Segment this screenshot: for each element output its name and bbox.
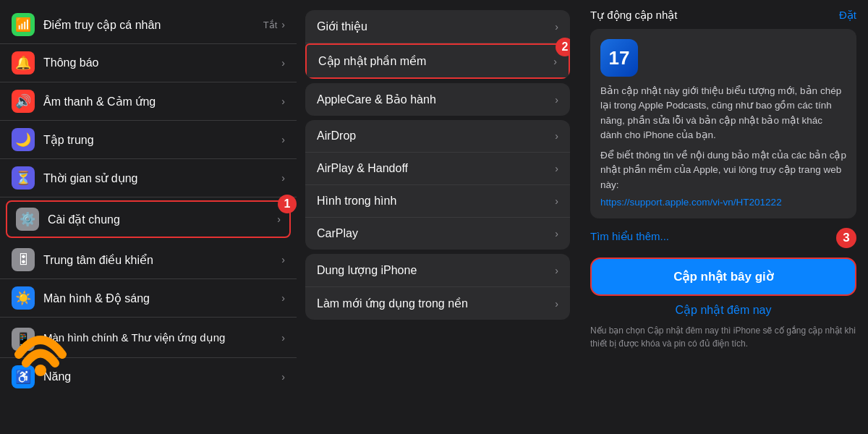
sidebar-item-thoi-gian[interactable]: ⏳ Thời gian sử dụng › — [0, 159, 297, 197]
general-group-3: AirDrop › AirPlay & Handoff › Hình trong… — [305, 120, 570, 250]
menu-dung-luong[interactable]: Dung lượng iPhone › — [305, 254, 570, 287]
chevron-right-icon: › — [553, 56, 557, 67]
sidebar-item-label: Tập trung — [43, 133, 281, 147]
sidebar-item-label: Âm thanh & Cảm ứng — [43, 95, 281, 109]
update-footnote: Nếu bạn chọn Cập nhật đêm nay thì iPhone… — [590, 324, 856, 350]
middle-panel: Giới thiệu › Cập nhật phần mềm › 2 Apple… — [297, 0, 579, 434]
menu-label: Làm mới ứng dụng trong nền — [317, 297, 555, 310]
control-center-icon: 🎛 — [12, 248, 35, 271]
sidebar-item-diem-truy-cap[interactable]: 📶 Điểm truy cập cá nhân Tắt › — [0, 6, 297, 44]
chevron-right-icon: › — [281, 371, 285, 383]
focus-icon: 🌙 — [12, 128, 35, 151]
chevron-right-icon: › — [281, 95, 285, 107]
chevron-right-icon: › — [555, 21, 558, 33]
menu-label: CarPlay — [317, 227, 555, 240]
sidebar-item-label: Điểm truy cập cá nhân — [43, 18, 263, 32]
sidebar-badge: Tắt — [263, 20, 278, 30]
menu-label: Giới thiệu — [317, 20, 555, 33]
sidebar-item-tap-trung[interactable]: 🌙 Tập trung › — [0, 121, 297, 159]
menu-label: AirPlay & Handoff — [317, 162, 555, 175]
menu-label: AppleCare & Bảo hành — [317, 93, 555, 106]
sidebar-item-am-thanh[interactable]: 🔊 Âm thanh & Cảm ứng › — [0, 82, 297, 121]
chevron-right-icon: › — [555, 195, 558, 207]
left-panel: 📶 Điểm truy cập cá nhân Tắt › 🔔 Thông bá… — [0, 0, 297, 434]
chevron-right-icon: › — [555, 94, 558, 106]
step-badge-2: 2 — [556, 38, 570, 56]
menu-label: Dung lượng iPhone — [317, 263, 555, 277]
chevron-right-icon: › — [281, 332, 285, 344]
set-button[interactable]: Đặt — [839, 9, 856, 22]
sidebar-item-label: Trung tâm điều khiển — [43, 253, 281, 267]
general-group-2: AppleCare & Bảo hành › — [305, 83, 570, 116]
chevron-right-icon: › — [281, 19, 285, 30]
settings-icon: ⚙️ — [16, 208, 39, 231]
sidebar-item-label: Cài đặt chung — [48, 213, 277, 226]
menu-cap-nhat[interactable]: Cập nhật phần mềm › 2 — [305, 43, 570, 79]
top-bar: Tự động cập nhật Đặt — [590, 9, 856, 22]
menu-label: AirDrop — [317, 129, 555, 142]
menu-gioi-thieu[interactable]: Giới thiệu › — [305, 10, 570, 43]
menu-airdrop[interactable]: AirDrop › — [305, 120, 570, 153]
update-card: 17 Bản cập nhật này giới thiệu biểu tượn… — [590, 29, 856, 218]
ios17-icon: 17 — [600, 39, 638, 77]
sidebar-item-label: Năng — [43, 370, 281, 383]
learn-more-row: Tìm hiểu thêm... 3 — [590, 224, 856, 252]
chevron-right-icon: › — [555, 163, 558, 174]
sound-icon: 🔊 — [12, 90, 35, 113]
brightness-icon: ☀️ — [12, 286, 35, 310]
chevron-right-icon: › — [281, 254, 285, 265]
step-badge-3: 3 — [836, 228, 856, 248]
chevron-right-icon: › — [555, 265, 558, 276]
chevron-right-icon: › — [555, 298, 558, 310]
screen-time-icon: ⏳ — [12, 166, 35, 190]
menu-lam-moi[interactable]: Làm mới ứng dụng trong nền › — [305, 287, 570, 320]
menu-carplay[interactable]: CarPlay › — [305, 218, 570, 250]
chevron-right-icon: › — [281, 292, 285, 304]
right-panel: Tự động cập nhật Đặt 17 Bản cập nhật này… — [579, 0, 868, 434]
sidebar-item-cai-dat-chung[interactable]: ⚙️ Cài đặt chung › 1 — [6, 200, 291, 238]
sidebar-item-man-hinh-chinh[interactable]: 📱 Màn hình chính & Thư viện ứng dụng › — [0, 318, 297, 358]
security-url-link[interactable]: https://support.apple.com/vi-vn/HT201222 — [600, 197, 782, 208]
overlay-logo — [12, 318, 69, 379]
menu-airplay[interactable]: AirPlay & Handoff › — [305, 153, 570, 185]
menu-label: Hình trong hình — [317, 195, 555, 208]
auto-update-title: Tự động cập nhật — [590, 9, 677, 22]
sidebar-item-man-hinh[interactable]: ☀️ Màn hình & Độ sáng › — [0, 279, 297, 318]
ios-icon-row: 17 — [600, 39, 846, 77]
update-description: Bản cập nhật này giới thiệu biểu tượng m… — [600, 84, 846, 142]
menu-label: Cập nhật phần mềm — [318, 54, 553, 68]
general-group-1: Giới thiệu › Cập nhật phần mềm › 2 — [305, 10, 570, 79]
chevron-right-icon: › — [281, 134, 285, 145]
sidebar-item-thong-bao[interactable]: 🔔 Thông báo › — [0, 44, 297, 82]
security-text: Để biết thông tin về nội dung bảo mật củ… — [600, 148, 846, 192]
sidebar-item-label: Thông báo — [43, 56, 281, 69]
sidebar-item-trung-tam[interactable]: 🎛 Trung tâm điều khiển › — [0, 241, 297, 279]
update-now-button[interactable]: Cập nhật bây giờ — [590, 258, 856, 296]
sidebar-item-label: Thời gian sử dụng — [43, 171, 281, 185]
personal-hotspot-icon: 📶 — [12, 13, 35, 36]
menu-picture-in-picture[interactable]: Hình trong hình › — [305, 185, 570, 218]
chevron-right-icon: › — [277, 213, 281, 225]
svg-point-0 — [35, 365, 46, 376]
chevron-right-icon: › — [281, 57, 285, 69]
chevron-right-icon: › — [555, 228, 558, 239]
update-tonight-button[interactable]: Cập nhật đêm nay — [590, 303, 856, 317]
sidebar-item-label: Màn hình & Độ sáng — [43, 292, 281, 305]
menu-applecare[interactable]: AppleCare & Bảo hành › — [305, 83, 570, 116]
chevron-right-icon: › — [555, 130, 558, 142]
notification-icon: 🔔 — [12, 51, 35, 75]
chevron-right-icon: › — [281, 172, 285, 184]
learn-more-link[interactable]: Tìm hiểu thêm... — [590, 230, 669, 243]
general-group-4: Dung lượng iPhone › Làm mới ứng dụng tro… — [305, 254, 570, 320]
step-badge-1: 1 — [278, 195, 297, 213]
sidebar-item-label: Màn hình chính & Thư viện ứng dụng — [43, 331, 281, 344]
